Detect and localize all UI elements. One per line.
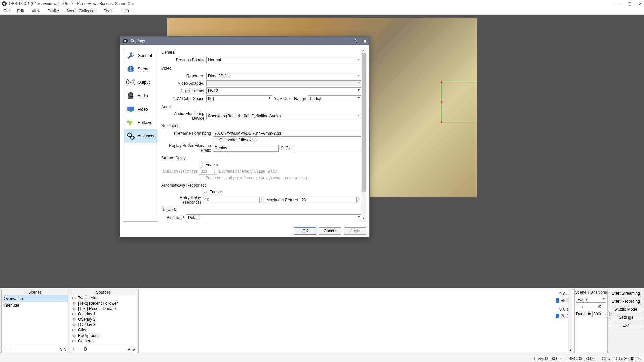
suffix-input[interactable] <box>293 145 361 151</box>
start-recording-button[interactable]: Start Recording <box>610 298 642 305</box>
category-audio[interactable]: Audio <box>124 89 158 103</box>
dialog-close-icon[interactable]: ✕ <box>363 39 367 43</box>
globe-icon <box>126 64 136 74</box>
eye-icon[interactable] <box>72 328 76 332</box>
menu-view[interactable]: View <box>30 8 42 14</box>
sources-list[interactable]: Twitch Alert [Text] Recent Follower [Tex… <box>70 295 137 345</box>
menu-scene-collection[interactable]: Scene Collection <box>65 8 98 14</box>
renderer-select[interactable]: Direct3D 11 <box>206 73 361 79</box>
delay-enable-checkbox[interactable] <box>199 163 203 167</box>
scene-item[interactable]: Interlude <box>2 302 68 309</box>
source-item[interactable]: [Text] Recent Donator <box>70 306 137 311</box>
studio-mode-button[interactable]: Studio Mode <box>610 306 642 313</box>
speaker-icon <box>126 91 136 101</box>
process-priority-label: Process Priority <box>161 58 204 62</box>
source-item[interactable]: Client <box>70 327 137 333</box>
svg-point-5 <box>74 308 75 309</box>
filename-fmt-input[interactable]: %CCYY-%MM-%DD %hh-%mm-%ss <box>213 130 361 137</box>
svg-point-24 <box>130 82 132 83</box>
monitor-icon <box>126 105 136 114</box>
start-streaming-button[interactable]: Start Streaming <box>610 290 642 297</box>
eye-icon[interactable] <box>72 301 76 305</box>
move-up-icon[interactable]: ∧ <box>127 346 131 352</box>
ok-button[interactable]: OK <box>294 227 316 235</box>
replay-prefix-input[interactable]: Replay <box>213 145 279 152</box>
scenes-title: Scenes <box>2 289 68 295</box>
eye-icon[interactable] <box>72 334 76 338</box>
add-transition-icon[interactable]: ＋ <box>581 304 585 310</box>
svg-rect-28 <box>130 111 132 112</box>
menu-profile[interactable]: Profile <box>46 8 60 14</box>
source-item[interactable]: Overlay 2 <box>70 317 137 322</box>
yuv-space-select[interactable]: 601 <box>206 95 272 102</box>
scene-item[interactable]: Overwatch <box>2 295 68 302</box>
move-down-icon[interactable]: ∨ <box>64 346 67 352</box>
mic-muted-icon[interactable] <box>560 314 565 318</box>
color-format-select[interactable]: NV12 <box>206 87 361 94</box>
reconnect-enable-checkbox[interactable]: ✓ <box>203 190 207 194</box>
cancel-button[interactable]: Cancel <box>319 227 341 235</box>
source-item[interactable]: [Text] Recent Follower <box>70 301 137 306</box>
selection-box[interactable] <box>441 82 477 122</box>
overwrite-checkbox[interactable] <box>213 138 217 142</box>
section-stream-delay: Stream Delay <box>161 156 361 160</box>
category-general[interactable]: General <box>124 49 158 62</box>
category-output[interactable]: Output <box>124 76 158 89</box>
svg-point-7 <box>74 314 75 315</box>
maximize-icon[interactable]: ▢ <box>628 1 631 6</box>
move-down-icon[interactable]: ∨ <box>132 346 136 352</box>
status-bar: LIVE: 00:00:00 REC: 00:00:00 CPU: 2.6%, … <box>0 355 644 362</box>
eye-icon[interactable] <box>72 339 76 343</box>
yuv-range-select[interactable]: Partial <box>308 95 361 102</box>
process-priority-select[interactable]: Normal <box>206 57 361 63</box>
eye-icon[interactable] <box>72 312 76 316</box>
broadcast-icon <box>126 78 136 87</box>
close-icon[interactable]: ✕ <box>639 1 642 6</box>
remove-scene-icon[interactable]: － <box>9 346 13 352</box>
move-up-icon[interactable]: ∧ <box>59 346 62 352</box>
audio-mon-select[interactable]: Speakers (Realtek High Definition Audio) <box>206 113 361 119</box>
transition-settings-icon[interactable]: ⚙ <box>598 304 602 310</box>
menu-file[interactable]: File <box>2 8 11 14</box>
speaker-icon[interactable] <box>560 298 565 303</box>
add-source-icon[interactable]: ＋ <box>71 346 76 352</box>
eye-icon[interactable] <box>72 323 76 327</box>
duration-input[interactable] <box>592 311 607 317</box>
category-advanced[interactable]: Advanced <box>124 129 158 143</box>
source-settings-icon[interactable]: ⚙ <box>83 346 88 352</box>
exit-button[interactable]: Exit <box>610 322 642 329</box>
remove-source-icon[interactable]: － <box>77 346 82 352</box>
retry-delay-spinner[interactable]: 10▴▾ <box>203 197 264 203</box>
bind-ip-select[interactable]: Default <box>186 214 361 221</box>
settings-button[interactable]: Settings <box>610 314 642 321</box>
category-hotkeys[interactable]: Hotkeys <box>124 116 158 129</box>
eye-icon[interactable] <box>72 307 76 311</box>
form-scrollbar[interactable]: ▴ ▾ <box>361 49 366 222</box>
transition-select[interactable]: Fade <box>576 297 606 303</box>
source-item[interactable]: Background <box>70 333 137 338</box>
add-scene-icon[interactable]: ＋ <box>3 346 7 352</box>
menu-tools[interactable]: Tools <box>103 8 115 14</box>
menu-edit[interactable]: Edit <box>16 8 25 14</box>
scrollbar[interactable]: ▾ <box>568 289 573 353</box>
source-item[interactable]: Twitch Alert <box>70 295 137 301</box>
svg-point-1 <box>74 298 75 299</box>
source-item[interactable]: Overlay 3 <box>70 322 137 327</box>
est-mem-label: Estimated Memory Usage: 9 MB <box>219 169 277 174</box>
source-item[interactable]: Overlay 1 <box>70 311 137 317</box>
category-stream[interactable]: Stream <box>124 62 158 76</box>
overwrite-label: Overwrite if file exists <box>219 138 257 142</box>
svg-point-11 <box>74 324 75 325</box>
help-icon[interactable]: ? <box>354 39 357 43</box>
color-format-label: Color Format <box>161 88 204 93</box>
category-video[interactable]: Video <box>124 103 158 116</box>
eye-icon[interactable] <box>72 296 76 300</box>
svg-point-9 <box>74 319 75 320</box>
eye-icon[interactable] <box>72 317 76 321</box>
source-item[interactable]: Camera <box>70 338 137 344</box>
minimize-icon[interactable]: — <box>616 1 620 6</box>
scenes-list[interactable]: Overwatch Interlude <box>2 295 68 345</box>
max-retries-spinner[interactable]: 20▴▾ <box>300 197 361 203</box>
menu-help[interactable]: Help <box>119 8 130 14</box>
remove-transition-icon[interactable]: － <box>589 304 593 310</box>
